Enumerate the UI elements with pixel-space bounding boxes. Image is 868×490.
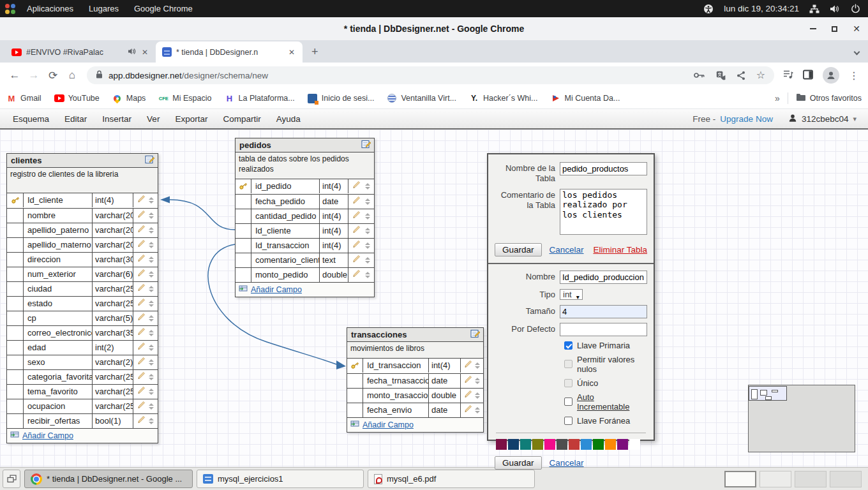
menu-esquema[interactable]: Esquema [5, 114, 57, 124]
add-field-row[interactable]: Añadir Campo [236, 282, 374, 297]
back-button[interactable]: ← [5, 69, 24, 82]
bookmark-star-icon[interactable]: ☆ [756, 70, 765, 80]
close-tab-icon[interactable]: ✕ [140, 48, 149, 57]
menu-exportar[interactable]: Exportar [167, 114, 215, 124]
menu-lugares[interactable]: Lugares [81, 0, 126, 17]
minimap[interactable] [748, 385, 855, 452]
field-row[interactable]: direccion varchar(30) [7, 252, 158, 267]
color-swatch[interactable] [520, 439, 531, 450]
color-swatch[interactable] [605, 439, 616, 450]
field-row[interactable]: fecha_pedido date [236, 194, 374, 209]
field-row[interactable]: fecha_envio date [347, 403, 483, 417]
bookmark-mi-espacio[interactable]: CFEMi Espacio [158, 93, 211, 103]
reorder-field-handle[interactable] [149, 418, 154, 424]
bookmark-mi-cuenta[interactable]: Mi Cuenta Da... [551, 93, 620, 103]
field-row[interactable]: cp varchar(5) [7, 311, 158, 325]
field-row[interactable]: Id_cliente int(4) [236, 223, 374, 238]
close-window-button[interactable]: ✕ [853, 24, 860, 33]
add-field-link[interactable]: Añadir Campo [251, 285, 302, 294]
field-default-input[interactable] [560, 323, 647, 336]
field-row[interactable]: correo_electronico varchar(35) [7, 325, 158, 340]
reorder-field-handle[interactable] [365, 272, 370, 278]
forward-button[interactable]: → [24, 69, 43, 82]
field-row[interactable]: nombre varchar(20) [7, 208, 158, 223]
reload-button[interactable]: ⟳ [43, 69, 63, 82]
reorder-field-handle[interactable] [149, 271, 154, 278]
taskbar-mysql-ejercicios[interactable]: mysql_ejercicios1 [197, 470, 364, 488]
workspace-1[interactable] [724, 471, 756, 487]
edit-field-icon[interactable] [352, 253, 361, 267]
minimize-button[interactable] [810, 28, 816, 29]
bookmark-la-plataforma[interactable]: HLa Plataforma... [225, 93, 295, 103]
table-comment-input[interactable]: los pedidos realizado por los clientes [560, 189, 647, 235]
reorder-field-handle[interactable] [475, 362, 480, 369]
profile-avatar[interactable] [823, 67, 839, 84]
cancel-field-link[interactable]: Cancelar [550, 458, 584, 468]
reorder-field-handle[interactable] [149, 242, 154, 248]
llave-foranea-checkbox[interactable] [564, 417, 572, 425]
add-field-link[interactable]: Añadir Campo [22, 431, 73, 440]
table-pedidos[interactable]: pedidos tabla de datos sobre los pedidos… [235, 138, 375, 297]
bookmark-ventanilla[interactable]: Ventanilla Virt... [387, 93, 456, 103]
tab-envivo[interactable]: #ENVIVO #RivaPalac ✕ [5, 41, 156, 63]
add-field-row[interactable]: Añadir Campo [7, 428, 158, 443]
edit-field-icon[interactable] [137, 253, 146, 267]
bookmark-hackers[interactable]: Y.Hacker´s Whi... [469, 93, 537, 103]
reorder-field-handle[interactable] [365, 213, 370, 219]
field-row[interactable]: tema_favorito varchar(25) [7, 384, 158, 399]
save-field-button[interactable]: Guardar [495, 456, 542, 470]
table-clientes[interactable]: clientes registro de clientes de la libr… [6, 153, 158, 443]
reorder-field-handle[interactable] [149, 315, 154, 322]
table-name-input[interactable] [560, 162, 647, 175]
bookmark-youtube[interactable]: YouTube [54, 93, 100, 103]
field-row[interactable]: Id_transaccion int(4) [347, 359, 483, 373]
menu-google-chrome[interactable]: Google Chrome [126, 0, 200, 17]
edit-field-icon[interactable] [137, 355, 146, 369]
reorder-field-handle[interactable] [475, 392, 480, 399]
field-name-input[interactable] [560, 271, 647, 284]
table-transacciones[interactable]: transacciones movimientos de libros Id_t… [347, 327, 484, 433]
close-tab-icon[interactable]: ✕ [287, 48, 296, 57]
edit-field-icon[interactable] [352, 179, 361, 193]
side-panel-icon[interactable] [803, 70, 813, 82]
field-row[interactable]: categoria_favorita varchar(25) [7, 369, 158, 384]
browser-menu-icon[interactable]: ⋮ [849, 70, 859, 82]
edit-table-icon[interactable] [470, 329, 481, 340]
share-icon[interactable] [737, 71, 745, 80]
menu-editar[interactable]: Editar [57, 114, 94, 124]
add-field-link[interactable]: Añadir Campo [363, 420, 414, 429]
edit-field-icon[interactable] [137, 238, 146, 252]
accessibility-icon[interactable] [703, 4, 714, 14]
schema-canvas[interactable]: clientes registro de clientes de la libr… [0, 130, 868, 467]
menu-aplicaciones[interactable]: Aplicaciones [19, 0, 81, 17]
edit-field-icon[interactable] [464, 374, 472, 388]
save-table-button[interactable]: Guardar [495, 243, 542, 256]
field-size-input[interactable] [560, 305, 647, 318]
reorder-field-handle[interactable] [365, 242, 370, 249]
menu-ver[interactable]: Ver [139, 114, 167, 124]
edit-field-icon[interactable] [137, 282, 146, 296]
field-row[interactable]: comentario_cliente text [236, 253, 374, 267]
edit-field-icon[interactable] [352, 224, 361, 238]
table-header[interactable]: transacciones [347, 328, 483, 342]
bookmark-inicio-de-sesion[interactable]: Inicio de sesi... [308, 93, 375, 103]
edit-field-icon[interactable] [137, 414, 146, 428]
reorder-field-handle[interactable] [365, 228, 370, 234]
maximize-button[interactable] [832, 26, 837, 32]
reorder-field-handle[interactable] [149, 374, 154, 380]
tab-tienda-dbdesigner[interactable]: * tienda | DbDesigner.n ✕ [156, 41, 303, 63]
edit-field-icon[interactable] [137, 223, 146, 237]
menu-compartir[interactable]: Compartir [215, 114, 268, 124]
reorder-field-handle[interactable] [149, 212, 154, 219]
permitir-nulos-checkbox[interactable] [564, 360, 572, 368]
unico-checkbox[interactable] [564, 379, 572, 387]
edit-field-icon[interactable] [137, 267, 146, 281]
field-row[interactable]: id_pedido int(4) [236, 179, 374, 194]
edit-field-icon[interactable] [137, 297, 146, 311]
edit-field-icon[interactable] [352, 195, 361, 209]
reorder-field-handle[interactable] [149, 389, 154, 395]
edit-field-icon[interactable] [352, 209, 361, 223]
color-swatch[interactable] [544, 439, 555, 450]
color-swatch[interactable] [629, 439, 640, 450]
edit-field-icon[interactable] [137, 385, 146, 399]
